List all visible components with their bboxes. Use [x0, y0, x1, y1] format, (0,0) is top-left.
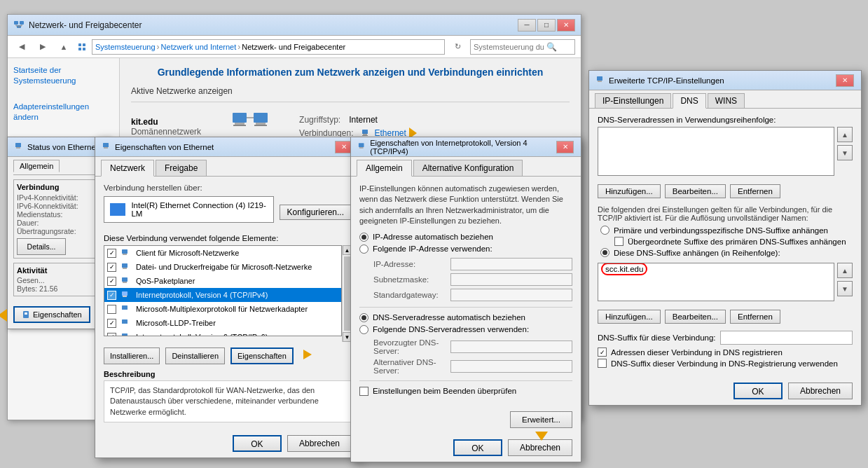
suffix-bearbeiten-button[interactable]: Bearbeiten...	[665, 310, 726, 324]
checkbox-ipv6[interactable]: ✓	[107, 333, 116, 337]
erweitert-button[interactable]: Erweitert...	[510, 411, 572, 428]
search-icon[interactable]: 🔍	[546, 42, 557, 52]
tcpip-close[interactable]: ✕	[836, 74, 854, 87]
list-item-ipv4[interactable]: ✓ Internetprotokoll, Version 4 (TCP/IPv4…	[104, 288, 341, 302]
ipv4-close[interactable]: ✕	[556, 141, 574, 153]
checkbox-qos[interactable]: ✓	[107, 277, 116, 286]
ipv4-dialog: Eigenschaften von Internetprotokoll, Ver…	[350, 137, 581, 462]
dns-bevorzugt-input[interactable]	[450, 340, 572, 353]
maximize-button[interactable]: □	[537, 19, 556, 32]
ipv4-titlebar: Eigenschaften von Internetprotokoll, Ver…	[351, 137, 581, 157]
status-tab-allgemein[interactable]: Allgemein	[13, 160, 60, 172]
list-item[interactable]: ✓ Datei- und Druckerfreigabe für Microso…	[104, 260, 341, 274]
ipv4-ok-button[interactable]: OK	[453, 439, 502, 456]
dns-down-arrow[interactable]: ▼	[837, 145, 853, 160]
suffix-entfernen-button[interactable]: Entfernen	[730, 310, 780, 324]
radio-ip-auto-circle[interactable]	[359, 233, 368, 242]
breadcrumb-item[interactable]: Netzwerk und Internet	[161, 43, 237, 51]
eigenschaften-tabbar: Netzwerk Freigabe	[95, 157, 360, 177]
dns-bevorzugt-label: Bevorzugter DNS-Server:	[373, 338, 450, 355]
list-item[interactable]: ✓ Internetprotokoll, Version 6 (TCP/IPv6…	[104, 330, 341, 336]
back-button[interactable]: ◀	[13, 39, 30, 55]
list-item[interactable]: ✓ Client für Microsoft-Netzwerke	[104, 246, 341, 260]
tab-allgemein[interactable]: Allgemein	[357, 160, 412, 177]
refresh-button[interactable]: ↻	[449, 39, 466, 55]
dns-body: DNS-Serveradressen in Verwendungsreihenf…	[589, 109, 861, 377]
tab-alternative[interactable]: Alternative Konfiguration	[413, 160, 523, 176]
checkbox-client[interactable]: ✓	[107, 249, 116, 258]
svg-rect-27	[122, 249, 128, 254]
checkbox-mplex[interactable]	[107, 305, 116, 314]
checkbox-datei[interactable]: ✓	[107, 263, 116, 272]
search-input[interactable]	[474, 43, 544, 51]
close-button[interactable]: ✕	[557, 19, 575, 32]
sidebar-item-adapter[interactable]: Adaptereinstellungen ändern	[13, 102, 113, 123]
option-radio2-circle[interactable]	[600, 248, 609, 257]
ip-adresse-row: IP-Adresse:	[359, 258, 572, 270]
radio-dns-manual[interactable]: Folgende DNS-Serveradressen verwenden:	[359, 325, 572, 334]
sidebar-item-startseite[interactable]: Startseite der Systemsteuerung	[13, 65, 113, 86]
eigenschaften-ok-button[interactable]: OK	[233, 435, 282, 452]
dns-up-arrow[interactable]: ▲	[837, 127, 853, 142]
register-checkbox2[interactable]	[598, 359, 607, 368]
dns-bearbeiten-button[interactable]: Bearbeiten...	[665, 184, 726, 198]
option-radio2[interactable]: Diese DNS-Suffixe anhängen (in Reihenfol…	[598, 248, 853, 257]
eigenschaften-abbrechen-button[interactable]: Abbrechen	[287, 435, 352, 452]
konfigurieren-button[interactable]: Konfigurieren...	[280, 205, 352, 220]
option-check1-box[interactable]	[614, 237, 624, 246]
eigenschaften-inner-button[interactable]: Eigenschaften	[230, 347, 294, 364]
dns-hinzufuegen-button[interactable]: Hinzufügen...	[598, 184, 661, 198]
forward-button[interactable]: ▶	[34, 39, 51, 55]
register-checkbox1[interactable]: ✓	[598, 347, 607, 357]
tab-netzwerk[interactable]: Netzwerk	[101, 160, 154, 177]
tab-dns[interactable]: DNS	[673, 93, 705, 109]
option-check1[interactable]: Übergeordnete Suffixe des primären DNS-S…	[598, 237, 853, 246]
dns-alternativ-input[interactable]	[450, 360, 572, 373]
radio-ip-manual-circle[interactable]	[359, 245, 368, 254]
option-radio1-circle[interactable]	[600, 226, 609, 235]
register-check2-row[interactable]: DNS-Suffix dieser Verbindung in DNS-Regi…	[598, 359, 853, 368]
deinstallieren-button[interactable]: Deinstallieren	[165, 347, 225, 364]
dns-entfernen-button[interactable]: Entfernen	[730, 184, 780, 198]
radio-ip-auto[interactable]: IP-Adresse automatisch beziehen	[359, 233, 572, 242]
radio-dns-manual-circle[interactable]	[359, 325, 368, 334]
register-check1-row[interactable]: ✓ Adressen dieser Verbindung in DNS regi…	[598, 347, 853, 357]
option-radio1[interactable]: Primäre und verbindungsspezifische DNS-S…	[598, 226, 853, 235]
tab-freigabe[interactable]: Freigabe	[156, 160, 207, 176]
tcpip-abbrechen-button[interactable]: Abbrechen	[788, 383, 853, 399]
minimize-button[interactable]: ─	[518, 19, 536, 32]
checkbox-lldp[interactable]: ✓	[107, 319, 116, 328]
suffix-down-arrow[interactable]: ▼	[837, 281, 853, 296]
list-item[interactable]: ✓ Microsoft-LLDP-Treiber	[104, 316, 341, 330]
list-item[interactable]: Microsoft-Multiplexorprotokoll für Netzw…	[104, 302, 341, 316]
radio-ip-manual[interactable]: Folgende IP-Adresse verwenden:	[359, 245, 572, 254]
up-button[interactable]: ▲	[55, 39, 72, 55]
einstellungen-checkbox[interactable]	[359, 387, 368, 396]
installieren-button[interactable]: Installieren...	[104, 347, 160, 364]
subnetz-input[interactable]	[450, 273, 572, 286]
svg-rect-0	[14, 21, 18, 25]
tcpip-ok-button[interactable]: OK	[733, 383, 783, 399]
adapter-box: Intel(R) Ethernet Connection (4) I219-LM	[104, 196, 274, 223]
uebertragung-label: Übertragungsrate:	[17, 227, 101, 235]
dns-suffix-input[interactable]	[720, 331, 853, 345]
svg-rect-40	[597, 76, 602, 81]
zugriff-label: Zugriffstyp:	[299, 115, 340, 125]
ip-adresse-input[interactable]	[450, 258, 572, 270]
breadcrumb-item[interactable]: Systemsteuerung	[95, 43, 156, 51]
scroll-thumb[interactable]	[344, 256, 350, 331]
svg-rect-8	[83, 43, 85, 46]
gateway-input[interactable]	[450, 289, 572, 301]
tab-wins[interactable]: WINS	[708, 93, 745, 108]
details-button[interactable]: Details...	[17, 238, 66, 255]
radio-dns-auto-circle[interactable]	[359, 313, 368, 322]
dns-suffix-item[interactable]: scc.kit.edu	[598, 263, 834, 275]
radio-dns-auto[interactable]: DNS-Serveradresse automatisch beziehen	[359, 313, 572, 322]
ipv4-abbrechen-button[interactable]: Abbrechen	[508, 439, 572, 456]
checkbox-ipv4[interactable]: ✓	[107, 291, 116, 300]
eigenschaften-button[interactable]: Eigenschaften	[13, 306, 90, 323]
suffix-up-arrow[interactable]: ▲	[837, 263, 853, 278]
tab-ip[interactable]: IP-Einstellungen	[595, 93, 671, 108]
suffix-hinzufuegen-button[interactable]: Hinzufügen...	[598, 310, 661, 324]
list-item[interactable]: ✓ QoS-Paketplaner	[104, 274, 341, 288]
